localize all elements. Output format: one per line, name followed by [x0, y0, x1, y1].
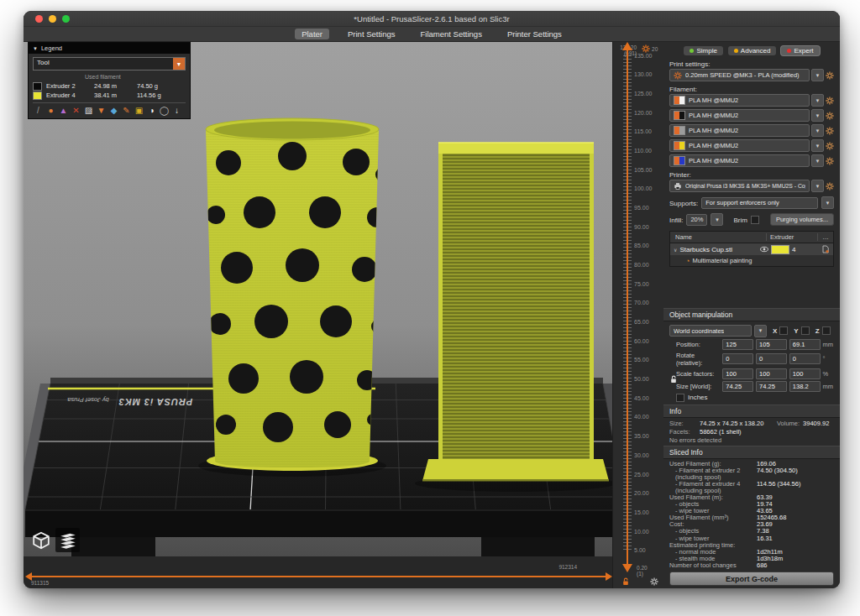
filament-gear-icon[interactable]: [826, 127, 834, 135]
axis-y-label: Y: [794, 327, 798, 335]
printer-select[interactable]: Original Prusa i3 MK3S & MK3S+ MMU2S - C…: [669, 180, 810, 192]
move-slider-track[interactable]: [32, 576, 606, 577]
scale-x-input[interactable]: 100: [722, 368, 753, 379]
filament-select-2[interactable]: PLA MH @MMU2: [669, 109, 810, 122]
column-more: …: [817, 233, 833, 241]
filament-select-1[interactable]: PLA MH @MMU2: [669, 94, 810, 107]
shells-icon[interactable]: ◯: [159, 105, 170, 116]
mirror-x-button[interactable]: [779, 326, 788, 335]
tab-plater[interactable]: Plater: [295, 29, 329, 39]
move-slider-right-label: 912314: [558, 564, 577, 570]
view-layers-button[interactable]: [55, 528, 80, 552]
tab-print-settings[interactable]: Print Settings: [341, 29, 402, 39]
color-changes-icon[interactable]: ▼: [96, 105, 107, 116]
expand-caret-icon[interactable]: ∨: [674, 247, 677, 253]
extruder-2-weight: 74.50 g: [137, 82, 158, 90]
filament-select-3[interactable]: PLA MH @MMU2: [669, 124, 810, 137]
title-bar[interactable]: *Untitled - PrusaSlicer-2.6.1 based on S…: [24, 11, 840, 27]
legend-view-select[interactable]: Tool ▼: [33, 57, 186, 70]
view-3d-button[interactable]: [29, 528, 53, 552]
filament-gear-icon[interactable]: [826, 157, 834, 165]
size-y-input[interactable]: 74.25: [756, 381, 787, 392]
infill-dropdown-button[interactable]: ▼: [711, 213, 723, 226]
filament-dropdown-button[interactable]: ▼: [811, 154, 824, 167]
custom-gcode-icon[interactable]: ✎: [121, 105, 132, 116]
print-settings-select[interactable]: 0.20mm SPEED @MK3 - PLA (modified): [669, 69, 810, 81]
filament-dropdown-button[interactable]: ▼: [811, 94, 824, 107]
retractions-icon[interactable]: ●: [45, 105, 56, 116]
seams-icon[interactable]: ✕: [71, 105, 81, 116]
infill-select[interactable]: 20%: [686, 214, 707, 226]
filament-gear-icon[interactable]: [826, 142, 834, 150]
filament-dropdown-button[interactable]: ▼: [811, 139, 824, 152]
scale-y-input[interactable]: 100: [756, 368, 787, 379]
position-y-input[interactable]: 105: [756, 339, 787, 350]
collapse-arrow-icon[interactable]: ▼: [33, 46, 38, 51]
filament-select-4[interactable]: PLA MH @MMU2: [669, 139, 810, 152]
mode-expert-button[interactable]: Expert: [781, 46, 819, 55]
minimize-window-icon[interactable]: [49, 15, 56, 23]
uniform-scale-lock-icon[interactable]: [669, 375, 678, 384]
rotate-x-input[interactable]: 0: [722, 353, 753, 364]
purging-volumes-button[interactable]: Purging volumes...: [770, 213, 834, 226]
coordinates-dropdown-button[interactable]: ▼: [754, 325, 767, 337]
print-settings-dropdown-button[interactable]: ▼: [811, 69, 824, 81]
export-settings-gear-icon[interactable]: [650, 577, 658, 586]
legend-header[interactable]: ▼ Legend: [29, 43, 190, 54]
tool-changes-icon[interactable]: ▣: [134, 105, 144, 116]
rotate-y-input[interactable]: 0: [756, 353, 787, 364]
mode-simple-button[interactable]: Simple: [684, 46, 722, 55]
object-row-starbucks-cup[interactable]: ∨ Starbucks Cup.stl 4: [670, 243, 833, 255]
brim-checkbox[interactable]: [751, 216, 759, 224]
mode-advanced-button[interactable]: Advanced: [728, 46, 777, 55]
export-gcode-button[interactable]: Export G-code: [669, 572, 834, 586]
mirror-y-button[interactable]: [801, 326, 810, 335]
close-window-icon[interactable]: [35, 15, 43, 23]
gcode-move-slider[interactable]: 911315 912314: [24, 556, 612, 588]
printer-gear-icon[interactable]: [826, 182, 834, 191]
cup-dot: [263, 412, 293, 442]
filament-gear-icon[interactable]: [826, 112, 834, 120]
maximize-window-icon[interactable]: [62, 15, 70, 23]
position-z-input[interactable]: 69.1: [789, 339, 821, 350]
legend-pin-icon[interactable]: ↓: [171, 105, 182, 116]
ruler-tick: 70.00: [634, 300, 649, 305]
edit-object-icon[interactable]: [821, 245, 830, 253]
slider-settings-gear-icon[interactable]: [642, 44, 650, 53]
inches-checkbox[interactable]: [676, 394, 684, 402]
rotate-z-input[interactable]: 0: [789, 353, 821, 364]
viewport-3d[interactable]: PRUSA i3 MK3 by Josef Prusa: [24, 42, 612, 556]
deretractions-icon[interactable]: ▲: [58, 105, 69, 116]
wipe-icon[interactable]: ▨: [83, 105, 94, 116]
tool-marker-icon[interactable]: ◑: [146, 105, 157, 116]
position-x-input[interactable]: 125: [722, 339, 753, 350]
tab-printer-settings[interactable]: Printer Settings: [501, 29, 569, 39]
travels-icon[interactable]: /: [33, 105, 44, 116]
printer-dropdown-button[interactable]: ▼: [811, 180, 824, 192]
lock-icon[interactable]: [621, 577, 630, 586]
tab-filament-settings[interactable]: Filament Settings: [413, 29, 488, 39]
print-settings-gear-icon[interactable]: [826, 71, 834, 80]
filament-gear-icon[interactable]: [826, 97, 834, 105]
wipe-tower-body[interactable]: [438, 143, 594, 459]
coordinates-select[interactable]: World coordinates: [669, 325, 752, 337]
eye-icon[interactable]: [760, 245, 768, 253]
size-z-input[interactable]: 138.2: [789, 381, 821, 392]
pause-prints-icon[interactable]: ◆: [108, 105, 119, 116]
filament-dropdown-button[interactable]: ▼: [811, 124, 824, 137]
filament-dropdown-button[interactable]: ▼: [811, 109, 824, 122]
object-subrow-mmpainting[interactable]: ◔ Multimaterial painting: [670, 255, 833, 266]
scale-z-input[interactable]: 100: [789, 368, 821, 379]
layer-slider-track[interactable]: [627, 45, 628, 571]
app-window: *Untitled - PrusaSlicer-2.6.1 based on S…: [24, 11, 840, 588]
supports-select[interactable]: For support enforcers only: [701, 197, 818, 209]
move-slider-right-handle[interactable]: [606, 572, 612, 581]
filament-select-5[interactable]: PLA MH @MMU2: [669, 154, 810, 167]
mirror-z-button[interactable]: [822, 326, 831, 335]
layer-slider-bottom-handle[interactable]: [622, 564, 632, 572]
object-extruder-swatch[interactable]: [771, 245, 789, 254]
supports-dropdown-button[interactable]: ▼: [821, 196, 834, 209]
chevron-down-icon[interactable]: ▼: [173, 58, 185, 70]
layer-slider[interactable]: 138.20(691) 20 135.00130.00125.00120.001…: [612, 42, 663, 588]
size-x-input[interactable]: 74.25: [722, 381, 753, 392]
